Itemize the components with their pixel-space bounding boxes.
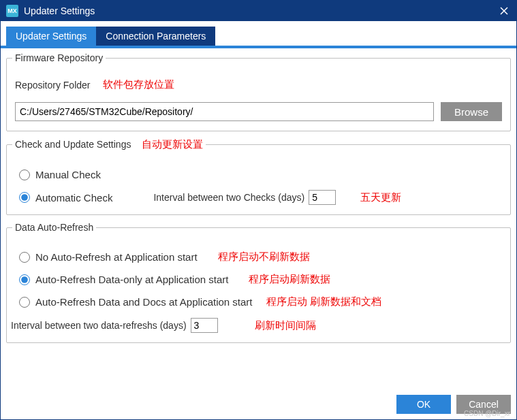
repo-label-row: Repository Folder 软件包存放位置: [15, 78, 502, 91]
manual-check-label: Manual Check: [35, 169, 101, 180]
tab-bar: Updater Settings Connection Parameters: [1, 21, 516, 48]
check-update-group: Check and Update Settings 自动更新设置 Manual …: [6, 138, 511, 215]
repo-folder-row: Browse: [15, 102, 502, 121]
ok-button[interactable]: OK: [396, 395, 451, 414]
no-refresh-row: No Auto-Refresh at Application start 程序启…: [15, 251, 502, 263]
data-refresh-label: Auto-Refresh Data-only at Application st…: [35, 274, 228, 285]
data-refresh-annotation: 程序启动刷新数据: [249, 273, 330, 286]
browse-button[interactable]: Browse: [441, 102, 502, 121]
content-area: Firmware Repository Repository Folder 软件…: [1, 51, 516, 389]
docs-refresh-annotation: 程序启动 刷新数据和文档: [266, 295, 381, 308]
titlebar-left: MX Updater Settings: [6, 5, 95, 17]
refresh-interval-annotation: 刷新时间间隔: [255, 319, 316, 332]
refresh-interval-input[interactable]: [191, 318, 218, 333]
check-legend-text: Check and Update Settings: [15, 139, 131, 150]
check-legend: Check and Update Settings 自动更新设置: [12, 138, 206, 151]
refresh-legend: Data Auto-Refresh: [12, 222, 96, 233]
app-icon: MX: [6, 5, 18, 17]
no-refresh-label: No Auto-Refresh at Application start: [35, 251, 198, 263]
firmware-repository-group: Firmware Repository Repository Folder 软件…: [6, 52, 511, 131]
no-refresh-annotation: 程序启动不刷新数据: [218, 251, 310, 263]
check-interval-input[interactable]: [309, 190, 336, 205]
close-button[interactable]: [497, 4, 511, 18]
firmware-legend: Firmware Repository: [12, 52, 106, 63]
refresh-interval-row: Interval between two data-refreshs (days…: [15, 318, 502, 333]
no-refresh-radio[interactable]: [19, 252, 30, 263]
check-interval-label: Interval between two Checks (days): [153, 192, 304, 203]
titlebar: MX Updater Settings: [1, 1, 516, 21]
data-auto-refresh-group: Data Auto-Refresh No Auto-Refresh at App…: [6, 222, 511, 343]
repo-folder-annotation: 软件包存放位置: [103, 78, 174, 91]
repo-folder-label: Repository Folder: [15, 80, 91, 91]
automatic-check-label: Automatic Check: [35, 192, 112, 204]
docs-refresh-radio[interactable]: [19, 297, 30, 308]
check-interval-group: Interval between two Checks (days) 五天更新: [153, 190, 401, 205]
footer: OK Cancel: [1, 389, 516, 419]
data-refresh-row: Auto-Refresh Data-only at Application st…: [15, 273, 502, 286]
manual-check-radio[interactable]: [19, 169, 30, 180]
check-legend-annotation: 自动更新设置: [142, 138, 203, 150]
check-interval-annotation: 五天更新: [360, 191, 401, 204]
watermark: CSDN @Dir_xr: [464, 410, 510, 417]
automatic-check-radio[interactable]: [19, 192, 30, 203]
automatic-check-row: Automatic Check Interval between two Che…: [15, 190, 502, 205]
docs-refresh-row: Auto-Refresh Data and Docs at Applicatio…: [15, 295, 502, 308]
window-title: Updater Settings: [24, 5, 95, 16]
tab-connection-parameters[interactable]: Connection Parameters: [96, 27, 215, 46]
data-refresh-radio[interactable]: [19, 274, 30, 285]
refresh-interval-label: Interval between two data-refreshs (days…: [11, 320, 187, 331]
manual-check-row: Manual Check: [15, 169, 502, 180]
repo-folder-input[interactable]: [15, 102, 434, 121]
window: MX Updater Settings Updater Settings Con…: [0, 0, 517, 420]
docs-refresh-label: Auto-Refresh Data and Docs at Applicatio…: [35, 296, 253, 308]
close-icon: [500, 7, 508, 15]
tab-updater-settings[interactable]: Updater Settings: [6, 27, 96, 46]
